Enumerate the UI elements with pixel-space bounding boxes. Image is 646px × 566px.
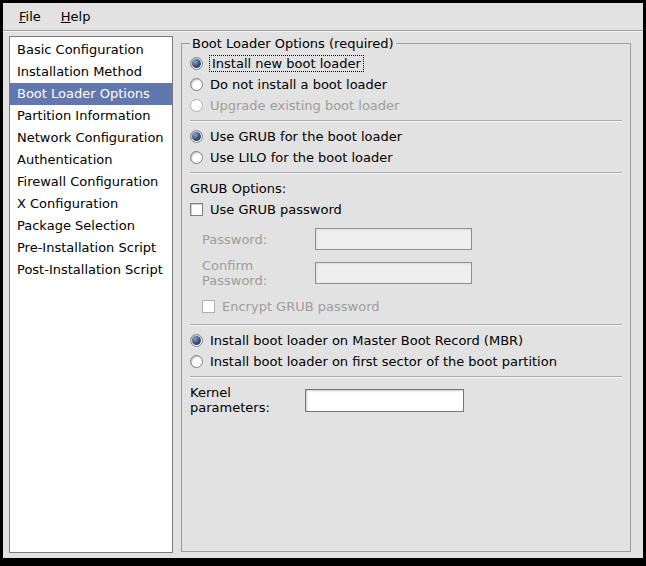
separator xyxy=(190,172,622,174)
menu-help[interactable]: Help xyxy=(51,6,101,27)
radio-row-install-on-first-sector[interactable]: Install boot loader on first sector of t… xyxy=(190,351,622,372)
sidebar-item-pre-installation-script[interactable]: Pre-Installation Script xyxy=(10,237,172,259)
checkbox-icon[interactable] xyxy=(190,203,203,216)
password-input xyxy=(315,228,472,250)
grub-options-label: GRUB Options: xyxy=(190,178,622,199)
kernel-parameters-input[interactable] xyxy=(305,389,464,412)
radio-icon[interactable] xyxy=(190,130,203,143)
sidebar-nav: Basic Configuration Installation Method … xyxy=(9,36,173,553)
window-content: File Help Basic Configuration Installati… xyxy=(3,3,643,558)
radio-row-upgrade-existing: Upgrade existing boot loader xyxy=(190,95,622,116)
sidebar-item-network-configuration[interactable]: Network Configuration xyxy=(10,127,172,149)
sidebar-item-firewall-configuration[interactable]: Firewall Configuration xyxy=(10,171,172,193)
radio-label: Do not install a boot loader xyxy=(210,77,387,92)
sidebar-item-authentication[interactable]: Authentication xyxy=(10,149,172,171)
checkbox-label: Use GRUB password xyxy=(210,202,342,217)
main-panel: Boot Loader Options (required) Install n… xyxy=(181,36,631,552)
radio-label: Install boot loader on first sector of t… xyxy=(210,354,557,369)
menu-file[interactable]: File xyxy=(9,6,51,27)
radio-label: Use GRUB for the boot loader xyxy=(210,129,402,144)
checkbox-row-encrypt-grub-password: Encrypt GRUB password xyxy=(202,296,622,317)
kernel-parameters-label: Kernel parameters: xyxy=(190,385,305,415)
checkbox-label: Encrypt GRUB password xyxy=(222,299,380,314)
radio-row-use-grub[interactable]: Use GRUB for the boot loader xyxy=(190,126,622,147)
separator xyxy=(190,376,622,378)
radio-row-use-lilo[interactable]: Use LILO for the boot loader xyxy=(190,147,622,168)
separator xyxy=(190,120,622,122)
radio-row-install-on-mbr[interactable]: Install boot loader on Master Boot Recor… xyxy=(190,330,622,351)
radio-row-do-not-install[interactable]: Do not install a boot loader xyxy=(190,74,622,95)
checkbox-row-use-grub-password[interactable]: Use GRUB password xyxy=(190,199,622,220)
radio-icon[interactable] xyxy=(190,334,203,347)
confirm-password-field-row: Confirm Password: xyxy=(202,258,622,288)
radio-icon[interactable] xyxy=(190,151,203,164)
checkbox-icon xyxy=(202,300,215,313)
sidebar-item-x-configuration[interactable]: X Configuration xyxy=(10,193,172,215)
sidebar-item-installation-method[interactable]: Installation Method xyxy=(10,61,172,83)
sidebar-item-partition-information[interactable]: Partition Information xyxy=(10,105,172,127)
radio-icon[interactable] xyxy=(190,78,203,91)
radio-icon[interactable] xyxy=(190,355,203,368)
menu-bar: File Help xyxy=(3,3,643,31)
confirm-password-label: Confirm Password: xyxy=(202,258,315,288)
radio-row-install-new-boot-loader[interactable]: Install new boot loader xyxy=(190,53,622,74)
kernel-parameters-row: Kernel parameters: xyxy=(190,385,622,415)
sidebar-item-post-installation-script[interactable]: Post-Installation Script xyxy=(10,259,172,281)
radio-label: Upgrade existing boot loader xyxy=(210,98,399,113)
radio-icon[interactable] xyxy=(190,57,203,70)
sidebar-item-boot-loader-options[interactable]: Boot Loader Options xyxy=(10,83,172,105)
radio-label: Install new boot loader xyxy=(210,56,363,71)
separator xyxy=(190,324,622,326)
confirm-password-input xyxy=(315,262,472,284)
sidebar-item-package-selection[interactable]: Package Selection xyxy=(10,215,172,237)
password-field-row: Password: xyxy=(202,228,622,250)
radio-icon xyxy=(190,99,203,112)
radio-label: Install boot loader on Master Boot Recor… xyxy=(210,333,523,348)
password-label: Password: xyxy=(202,232,315,247)
radio-label: Use LILO for the boot loader xyxy=(210,150,393,165)
app-window: File Help Basic Configuration Installati… xyxy=(0,0,646,566)
frame-title: Boot Loader Options (required) xyxy=(190,36,396,51)
boot-loader-options-frame: Boot Loader Options (required) Install n… xyxy=(181,36,631,552)
sidebar-item-basic-configuration[interactable]: Basic Configuration xyxy=(10,39,172,61)
